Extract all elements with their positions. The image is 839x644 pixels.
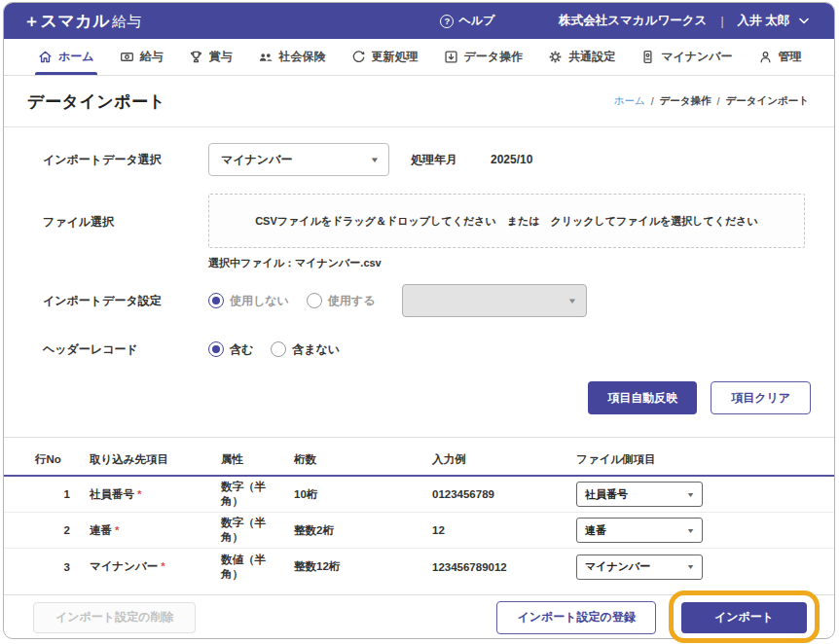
- dropdown-arrow-icon: ▼: [686, 491, 695, 498]
- table-row: 1 社員番号* 数字（半角） 10桁 0123456789 社員番号 ▼: [4, 477, 834, 513]
- col-header-file-item: ファイル側項目: [576, 452, 811, 467]
- header-record-radio-group: 含む 含まない: [208, 341, 340, 358]
- help-label: ヘルプ: [458, 13, 494, 29]
- nav-tab-update-process[interactable]: 更新処理: [339, 39, 431, 75]
- logo-sub-text: 給与: [112, 13, 141, 31]
- nav-tab-label: 管理: [779, 49, 802, 65]
- cell-example: 0123456789: [432, 488, 557, 500]
- file-item-dropdown[interactable]: 連番 ▼: [576, 518, 703, 543]
- radio-use-label: 使用する: [328, 293, 376, 309]
- cell-attribute: 数字（半角）: [221, 516, 274, 545]
- file-item-dropdown[interactable]: マイナンバー ▼: [576, 555, 703, 580]
- data-operation-icon: [444, 50, 458, 64]
- radio-use[interactable]: 使用する: [307, 293, 376, 309]
- nav-tab-label: 更新処理: [372, 49, 419, 65]
- user-menu[interactable]: 入井 太郎: [738, 13, 809, 29]
- csv-dropzone[interactable]: CSVファイルをドラッグ＆ドロップしてください または クリックしてファイルを選…: [208, 194, 805, 248]
- header-record-label: ヘッダーレコード: [43, 341, 208, 358]
- radio-exclude-header[interactable]: 含まない: [271, 341, 340, 358]
- nav-tab-payroll[interactable]: 給与: [107, 39, 176, 75]
- nav-tab-admin[interactable]: 管理: [746, 39, 815, 75]
- required-asterisk: *: [161, 560, 164, 572]
- cell-target-item: マイナンバー*: [90, 559, 201, 574]
- dropdown-arrow-icon: ▼: [686, 527, 695, 534]
- nav-tab-bonus[interactable]: 賞与: [176, 39, 245, 75]
- header-divider: |: [720, 15, 723, 28]
- nav-tab-home[interactable]: ホーム: [25, 39, 107, 75]
- clear-items-button[interactable]: 項目クリア: [711, 381, 811, 414]
- home-icon: [38, 50, 53, 64]
- page-header: データインポート ホーム / データ操作 / データインポート: [4, 76, 834, 127]
- nav-tab-data-operation[interactable]: データ操作: [431, 39, 536, 75]
- radio-checked-icon: [208, 293, 224, 308]
- question-circle-icon: ?: [440, 15, 454, 28]
- my-number-card-icon: [640, 50, 655, 64]
- cell-digits: 10桁: [294, 487, 413, 502]
- table-row: 3 マイナンバー* 数値（半角） 整数12桁 123456789012 マイナン…: [4, 549, 834, 585]
- radio-checked-icon: [208, 341, 224, 357]
- register-import-setting-button[interactable]: インポート設定の登録: [496, 601, 655, 634]
- footer-bar: インポート設定の削除 インポート設定の登録 インポート: [4, 594, 834, 639]
- radio-include-label: 含む: [230, 341, 253, 358]
- selected-file-text: 選択中ファイル：マイナンバー.csv: [208, 256, 805, 270]
- col-header-target-item: 取り込み先項目: [90, 452, 201, 467]
- social-insurance-icon: [258, 50, 274, 64]
- cell-attribute: 数字（半角）: [221, 480, 274, 509]
- nav-tab-common-settings[interactable]: 共通設定: [535, 39, 628, 75]
- dropdown-arrow-icon: ▼: [370, 156, 380, 164]
- radio-unchecked-icon: [271, 341, 286, 357]
- table-header-row: 行No 取り込み先項目 属性 桁数 入力例 ファイル側項目: [4, 444, 834, 477]
- payroll-icon: [120, 50, 134, 64]
- col-header-example: 入力例: [432, 452, 557, 467]
- nav-tab-label: 共通設定: [568, 49, 615, 65]
- processing-month-label: 処理年月: [411, 152, 457, 168]
- dropzone-instruction: CSVファイルをドラッグ＆ドロップしてください または クリックしてファイルを選…: [255, 214, 758, 229]
- nav-tab-social-insurance[interactable]: 社会保険: [245, 39, 339, 75]
- settings-gear-icon: [548, 50, 563, 64]
- processing-month-value: 2025/10: [491, 153, 532, 166]
- file-item-value: マイナンバー: [585, 559, 650, 574]
- cell-target-item: 連番*: [90, 523, 201, 538]
- delete-import-setting-button: インポート設定の削除: [33, 602, 196, 633]
- import-data-select-dropdown[interactable]: マイナンバー ▼: [208, 143, 389, 176]
- col-header-attribute: 属性: [221, 452, 274, 467]
- radio-unchecked-icon: [307, 293, 322, 308]
- file-select-label: ファイル選択: [43, 214, 208, 231]
- cell-digits: 整数12桁: [294, 559, 413, 574]
- file-item-dropdown[interactable]: 社員番号 ▼: [576, 482, 703, 507]
- col-header-row-no: 行No: [35, 452, 70, 467]
- col-header-digits: 桁数: [294, 452, 413, 467]
- required-asterisk: *: [115, 524, 119, 536]
- nav-tab-label: 給与: [140, 49, 164, 65]
- app-logo: ＋スマカル 給与: [23, 10, 141, 32]
- cell-digits: 整数2桁: [294, 523, 413, 538]
- dropdown-arrow-icon: ▼: [686, 563, 695, 570]
- cell-example: 12: [432, 524, 557, 536]
- dropdown-arrow-icon: ▼: [567, 297, 577, 305]
- file-item-value: 社員番号: [585, 487, 628, 502]
- import-setting-dropdown-disabled: ▼: [402, 284, 587, 317]
- nav-tab-my-number[interactable]: マイナンバー: [628, 39, 745, 75]
- radio-include-header[interactable]: 含む: [208, 341, 253, 358]
- import-button[interactable]: インポート: [681, 602, 807, 633]
- logo-main-text: ＋スマカル: [23, 10, 110, 32]
- cell-example: 123456789012: [432, 561, 557, 573]
- auto-reflect-button[interactable]: 項目自動反映: [588, 381, 697, 414]
- company-name: 株式会社スマカルワークス: [559, 13, 707, 29]
- refresh-icon: [351, 50, 366, 64]
- radio-not-use-label: 使用しない: [230, 293, 289, 309]
- radio-not-use[interactable]: 使用しない: [208, 293, 289, 309]
- cell-target-item: 社員番号*: [90, 487, 201, 502]
- nav-tab-label: 賞与: [209, 49, 233, 65]
- app-header: ＋スマカル 給与 ? ヘルプ 株式会社スマカルワークス | 入井 太郎: [4, 3, 834, 39]
- breadcrumb-home-link[interactable]: ホーム: [614, 94, 645, 108]
- nav-tab-label: 社会保険: [279, 49, 326, 65]
- mapping-table: 行No 取り込み先項目 属性 桁数 入力例 ファイル側項目 1 社員番号* 数字…: [4, 437, 834, 594]
- breadcrumb: ホーム / データ操作 / データインポート: [614, 94, 809, 108]
- breadcrumb-separator: /: [717, 95, 720, 107]
- help-button[interactable]: ? ヘルプ: [440, 13, 494, 29]
- admin-person-icon: [758, 50, 773, 64]
- breadcrumb-parent: データ操作: [660, 94, 711, 108]
- nav-tab-label: ホーム: [58, 49, 94, 65]
- required-asterisk: *: [137, 488, 141, 500]
